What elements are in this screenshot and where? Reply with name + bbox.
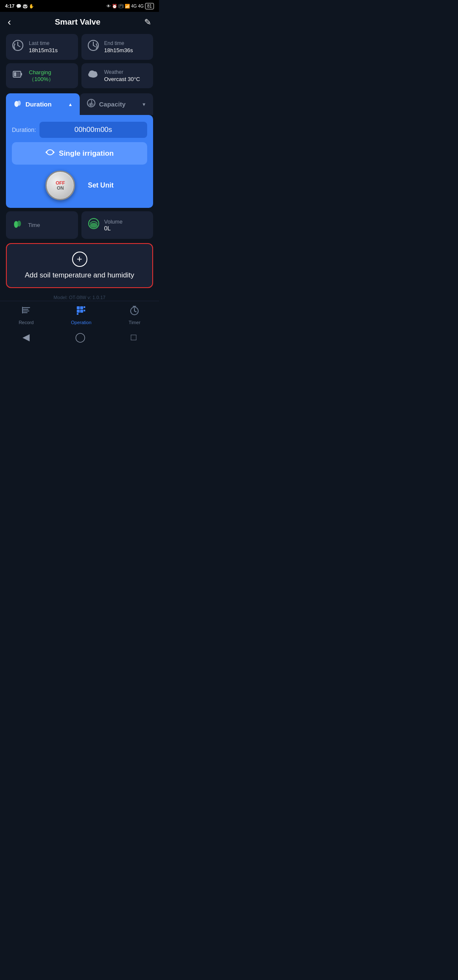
duration-tab-icon — [13, 98, 22, 110]
svg-rect-26 — [22, 307, 30, 308]
capacity-tab-icon — [87, 98, 96, 110]
battery-icon — [11, 68, 25, 83]
back-system-button[interactable]: ◀ — [22, 332, 30, 343]
time-label: Time — [28, 222, 40, 228]
nav-timer[interactable]: Timer — [128, 305, 140, 325]
edit-button[interactable]: ✎ — [144, 17, 151, 27]
charging-value: Charging（100%） — [29, 69, 73, 83]
svg-rect-37 — [77, 313, 78, 315]
svg-rect-11 — [14, 72, 16, 76]
duration-tab[interactable]: Duration ▲ — [6, 93, 80, 115]
set-unit-button[interactable]: Set Unit — [88, 182, 113, 189]
end-time-icon — [87, 39, 100, 55]
status-icons: 👁 ⏰ 📳 📶 4G 4G 81 — [106, 3, 154, 9]
last-time-card: Last time 18h15m31s — [6, 34, 78, 60]
recents-button[interactable]: □ — [131, 332, 136, 343]
operation-icon — [76, 305, 86, 318]
svg-rect-33 — [77, 310, 80, 313]
svg-point-25 — [90, 223, 98, 228]
last-time-icon — [11, 39, 25, 55]
last-time-label: Last time — [29, 40, 58, 46]
add-sensor-card[interactable]: + Add soil temperature and humidity — [6, 243, 153, 288]
power-toggle[interactable]: OFF ON — [45, 171, 75, 200]
end-time-label: End time — [104, 40, 133, 46]
svg-rect-35 — [84, 306, 85, 308]
duration-panel: Duration: 00h00m00s Single irrigation OF… — [6, 115, 153, 208]
volume-card-icon — [87, 217, 100, 233]
end-time-card: End time 18h15m36s — [81, 34, 154, 60]
end-time-value: 18h15m36s — [104, 47, 133, 53]
volume-card: Volume 0L — [81, 211, 154, 239]
back-button[interactable]: ‹ — [8, 16, 11, 28]
volume-label: Volume — [104, 218, 123, 225]
svg-marker-21 — [53, 151, 55, 154]
svg-marker-20 — [45, 151, 47, 154]
svg-point-19 — [89, 103, 94, 106]
irrigation-icon — [45, 148, 55, 159]
add-sensor-icon: + — [72, 252, 87, 267]
single-irrigation-button[interactable]: Single irrigation — [12, 142, 147, 165]
svg-rect-9 — [21, 73, 22, 76]
weather-icon — [87, 69, 100, 83]
capacity-tab[interactable]: Capacity ▼ — [80, 93, 154, 115]
toggle-off-label: OFF — [56, 180, 65, 185]
operation-label: Operation — [71, 320, 91, 325]
duration-tab-arrow: ▲ — [68, 102, 73, 107]
svg-point-23 — [17, 221, 21, 227]
time-card-icon — [12, 218, 24, 232]
model-label: Model: OT-08W v: 1.0.17 — [0, 292, 159, 301]
nav-record[interactable]: Record — [19, 305, 34, 325]
svg-rect-27 — [22, 309, 28, 310]
toggle-row: OFF ON Set Unit — [12, 171, 147, 200]
duration-value[interactable]: 00h00m00s — [39, 122, 147, 138]
toggle-on-label: ON — [57, 185, 64, 190]
svg-rect-30 — [22, 307, 23, 314]
svg-rect-32 — [80, 306, 83, 309]
top-nav: ‹ Smart Valve ✎ — [0, 12, 159, 32]
svg-line-2 — [18, 45, 20, 47]
bottom-nav: Record Operation Timer — [0, 301, 159, 328]
status-bar: 4:17 💬 🐼 ✋ 👁 ⏰ 📳 📶 4G 4G 81 — [0, 0, 159, 12]
home-button[interactable]: ◯ — [75, 332, 86, 343]
add-sensor-label: Add soil temperature and humidity — [25, 271, 134, 280]
svg-rect-29 — [22, 312, 28, 313]
record-label: Record — [19, 320, 34, 325]
last-time-value: 18h15m31s — [29, 47, 58, 53]
timer-label: Timer — [128, 320, 140, 325]
svg-rect-34 — [80, 310, 83, 313]
time-card: Time — [6, 211, 78, 239]
single-irrigation-label: Single irrigation — [59, 149, 114, 158]
svg-rect-28 — [22, 311, 29, 311]
svg-rect-36 — [84, 310, 85, 311]
info-cards: Last time 18h15m31s End time 18h15m36s — [0, 32, 159, 92]
page-title: Smart Valve — [55, 17, 101, 27]
svg-rect-31 — [77, 306, 80, 309]
timer-icon — [129, 305, 140, 318]
bottom-cards: Time Volume 0L — [0, 208, 159, 239]
svg-line-6 — [93, 45, 95, 47]
weather-value: Overcast 30°C — [104, 76, 140, 82]
capacity-tab-label: Capacity — [99, 101, 126, 108]
duration-tab-label: Duration — [25, 101, 52, 108]
mode-tabs: Duration ▲ Capacity ▼ — [0, 93, 159, 115]
duration-row: Duration: 00h00m00s — [12, 122, 147, 138]
weather-label: Weather — [104, 69, 140, 75]
status-time: 4:17 💬 🐼 ✋ — [5, 3, 34, 8]
svg-point-17 — [17, 101, 21, 106]
svg-line-40 — [134, 311, 136, 312]
record-icon — [21, 305, 31, 318]
volume-value: 0L — [104, 225, 123, 232]
capacity-tab-arrow: ▼ — [142, 102, 146, 107]
svg-point-15 — [92, 71, 97, 76]
system-bar: ◀ ◯ □ — [0, 328, 159, 348]
nav-operation[interactable]: Operation — [71, 305, 91, 325]
duration-label: Duration: — [12, 126, 36, 133]
weather-card: Weather Overcast 30°C — [81, 63, 154, 88]
charging-card: Charging（100%） — [6, 63, 78, 88]
